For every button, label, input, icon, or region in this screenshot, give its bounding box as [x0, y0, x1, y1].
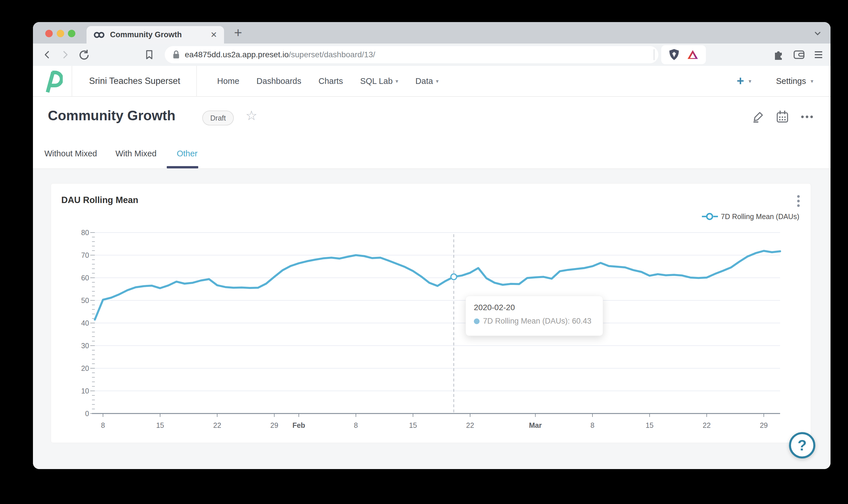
- url-text: ea4875dd.us2a.app.preset.io/superset/das…: [185, 50, 375, 59]
- active-tab-indicator: [167, 166, 198, 168]
- brave-badges: [661, 45, 706, 64]
- settings-menu[interactable]: Settings: [776, 76, 806, 86]
- tooltip-series-dot: [474, 319, 480, 324]
- svg-text:70: 70: [81, 251, 89, 259]
- url-domain: ea4875dd.us2a.app.preset.io: [185, 50, 289, 59]
- svg-text:Mar: Mar: [529, 421, 542, 429]
- tooltip-date: 2020-02-20: [474, 303, 595, 312]
- window-minimize-button[interactable]: [57, 30, 64, 37]
- nav-item-data[interactable]: Data▾: [416, 76, 439, 86]
- bookmark-icon[interactable]: [144, 49, 155, 60]
- svg-text:22: 22: [466, 421, 474, 429]
- dashboard-tab-bar: Without Mixed With Mixed Other: [33, 139, 831, 169]
- app-navbar: Srini Teaches Superset Home Dashboards C…: [33, 66, 831, 97]
- extensions-puzzle-icon[interactable]: [772, 49, 784, 60]
- help-button[interactable]: ?: [789, 432, 815, 458]
- svg-text:29: 29: [760, 421, 768, 429]
- nav-item-dashboards[interactable]: Dashboards: [257, 76, 301, 86]
- tab-title: Community Growth: [110, 30, 207, 39]
- browser-tab-strip: Community Growth ✕ +: [33, 22, 831, 43]
- url-path: /superset/dashboard/13/: [289, 50, 375, 59]
- more-options-icon[interactable]: [799, 110, 814, 123]
- workspace-name[interactable]: Srini Teaches Superset: [89, 66, 180, 96]
- tab-without-mixed[interactable]: Without Mixed: [45, 139, 97, 168]
- reload-icon[interactable]: [78, 49, 90, 61]
- svg-text:20: 20: [81, 364, 89, 372]
- chart-card: DAU Rolling Mean 7D Rolling Mean (DAUs) …: [51, 183, 811, 443]
- dashboard-body: DAU Rolling Mean 7D Rolling Mean (DAUs) …: [33, 169, 831, 469]
- nav-item-home[interactable]: Home: [217, 76, 239, 86]
- browser-window: Community Growth ✕ +: [33, 22, 831, 469]
- tab-other[interactable]: Other: [177, 139, 198, 168]
- svg-text:80: 80: [81, 229, 89, 236]
- svg-text:29: 29: [270, 421, 279, 429]
- svg-text:22: 22: [213, 421, 221, 429]
- chevron-down-icon: ▾: [436, 78, 439, 85]
- svg-text:8: 8: [590, 421, 595, 429]
- draft-badge: Draft: [202, 110, 234, 125]
- nav-divider: [72, 66, 72, 96]
- svg-text:40: 40: [81, 319, 89, 327]
- brave-shield-icon[interactable]: [668, 48, 680, 61]
- nav-item-charts[interactable]: Charts: [319, 76, 343, 86]
- lock-icon: [172, 50, 180, 59]
- svg-text:8: 8: [354, 421, 358, 429]
- wallet-icon[interactable]: [793, 49, 805, 60]
- bat-rewards-icon[interactable]: [687, 50, 699, 60]
- svg-text:50: 50: [81, 296, 89, 304]
- favorite-star-icon[interactable]: ☆: [246, 108, 257, 123]
- svg-text:10: 10: [81, 387, 89, 395]
- svg-text:Feb: Feb: [293, 421, 305, 429]
- tab-search-chevron-icon[interactable]: [813, 28, 823, 38]
- tooltip-value: 7D Rolling Mean (DAUs): 60.43: [483, 317, 591, 326]
- chevron-down-icon: ▾: [396, 78, 399, 85]
- window-zoom-button[interactable]: [68, 30, 75, 37]
- line-chart[interactable]: 010203040506070808152229Feb81522Mar81522…: [51, 183, 811, 443]
- new-tab-button[interactable]: +: [230, 24, 246, 40]
- nav-right: + ▾ Settings ▾: [737, 66, 813, 96]
- nav-divider: [196, 66, 197, 96]
- chevron-down-icon[interactable]: ▾: [748, 78, 752, 85]
- nav-item-sql-lab[interactable]: SQL Lab▾: [360, 76, 398, 86]
- back-icon[interactable]: [41, 49, 53, 60]
- svg-text:0: 0: [85, 410, 89, 417]
- preset-logo[interactable]: [44, 70, 63, 93]
- tab-close-icon[interactable]: ✕: [211, 30, 217, 39]
- tab-with-mixed[interactable]: With Mixed: [116, 139, 156, 168]
- dashboard-header: Community Growth Draft ☆: [33, 97, 831, 139]
- svg-text:15: 15: [409, 421, 417, 429]
- window-close-button[interactable]: [45, 30, 53, 37]
- svg-text:8: 8: [101, 421, 105, 429]
- svg-text:15: 15: [156, 421, 164, 429]
- svg-text:30: 30: [81, 342, 89, 350]
- browser-toolbar: ea4875dd.us2a.app.preset.io/superset/das…: [33, 43, 831, 66]
- page-title: Community Growth: [48, 108, 175, 123]
- calendar-icon[interactable]: [776, 110, 789, 124]
- svg-text:60: 60: [81, 274, 89, 282]
- forward-icon[interactable]: [59, 49, 71, 60]
- new-content-button[interactable]: +: [737, 74, 744, 88]
- chevron-down-icon: ▾: [811, 78, 813, 85]
- svg-text:22: 22: [703, 421, 711, 429]
- chart-tooltip: 2020-02-20 7D Rolling Mean (DAUs): 60.43: [465, 296, 603, 336]
- svg-text:15: 15: [646, 421, 653, 429]
- toolbar-divider: [654, 49, 654, 60]
- nav-menu: Home Dashboards Charts SQL Lab▾ Data▾: [217, 66, 439, 96]
- edit-pencil-icon[interactable]: [752, 110, 765, 123]
- browser-menu-icon[interactable]: [813, 50, 824, 60]
- url-bar[interactable]: ea4875dd.us2a.app.preset.io/superset/das…: [165, 46, 658, 63]
- browser-tab[interactable]: Community Growth ✕: [87, 26, 224, 43]
- superset-favicon: [93, 31, 105, 39]
